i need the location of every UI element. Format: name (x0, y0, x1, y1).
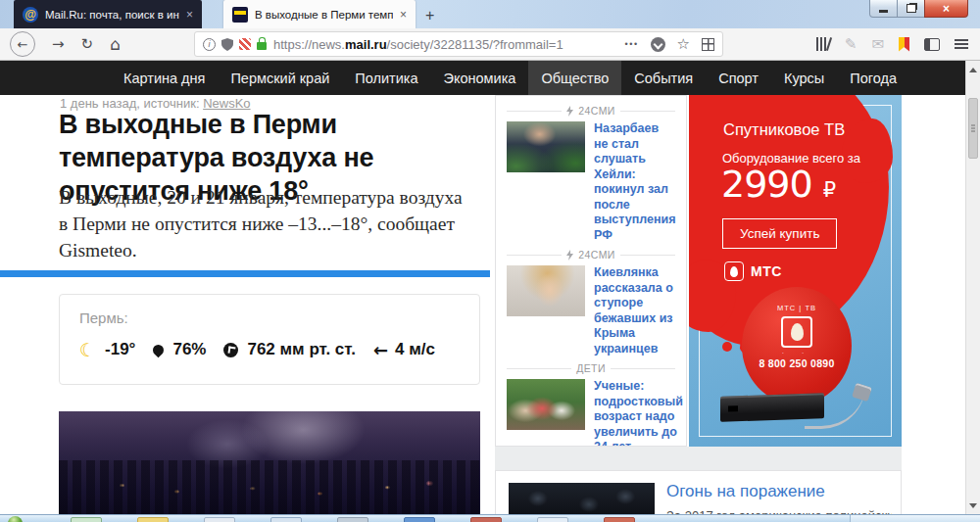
home-button[interactable]: ⌂ (110, 36, 121, 53)
mts-advertisement[interactable]: Спутниковое ТВ Оборудование всего за 299… (689, 95, 902, 447)
reload-button[interactable]: ↻ (81, 37, 94, 52)
nav-item-permskiy-kray[interactable]: Пермский край (218, 61, 342, 95)
taskbar-app-icon[interactable] (337, 517, 368, 522)
ruble-sign: ₽ (823, 178, 835, 202)
ad-buy-button[interactable]: Успей купить (722, 218, 837, 249)
tab-close-icon[interactable]: × (400, 8, 407, 22)
taskbar-app-icon[interactable] (404, 517, 435, 522)
nav-item-pogoda[interactable]: Погода (837, 61, 909, 95)
taskbar-app-icon[interactable] (604, 517, 635, 522)
weather-humidity: 76% (172, 340, 206, 359)
news-item[interactable]: Назарбаев не стал слушать Хейли: покинул… (507, 121, 675, 243)
article-lead: В выходные, 20 и 21 января, температура … (59, 184, 463, 263)
browser-toolbar: ← → ↻ ⌂ i https://news.mail.ru/society/3… (0, 28, 980, 61)
news-item[interactable]: Ученые: подростковый возраст надо увелич… (507, 379, 675, 447)
nav-item-kursy[interactable]: Курсы (771, 61, 837, 95)
news-thumbnail (507, 379, 585, 430)
smi24-bolt-icon (566, 106, 573, 117)
scroll-down-arrow[interactable] (966, 498, 980, 512)
tab-mailru[interactable]: @ Mail.Ru: почта, поиск в интернете × (14, 0, 202, 28)
taskbar-app-icon[interactable] (470, 517, 502, 522)
site-navigation: Картина дня Пермский край Политика Эконо… (0, 61, 965, 95)
browser-titlebar: @ Mail.Ru: почта, поиск в интернете × В … (0, 0, 980, 28)
next-article-thumbnail (509, 483, 655, 514)
nav-item-obschestvo-active[interactable]: Общество (528, 61, 621, 95)
nav-item-kartina-dnya[interactable]: Картина дня (111, 61, 218, 95)
news-thumbnail (507, 265, 585, 316)
tab-news-article[interactable]: В выходные в Перми температура × (223, 0, 416, 28)
tab-title: В выходные в Перми температура (255, 9, 393, 21)
sidebar-toggle-icon[interactable] (924, 38, 940, 51)
nav-item-ekonomika[interactable]: Экономика (431, 61, 529, 95)
taskbar-app-icon[interactable] (204, 517, 235, 522)
article-photo (59, 411, 480, 514)
weather-wind: 4 м/с (395, 340, 435, 359)
mts-logo: МТС (724, 261, 782, 281)
pen-edit-icon[interactable]: ✎ (845, 37, 858, 52)
hamburger-menu-icon[interactable] (955, 39, 968, 41)
tracking-protection-shield-icon[interactable] (221, 38, 233, 51)
url-path: /society/32281135/?frommail=1 (387, 37, 564, 52)
pressure-gauge-icon (223, 343, 238, 357)
close-button[interactable]: × (924, 0, 968, 18)
tab-close-icon[interactable]: × (186, 8, 193, 22)
bookmark-star-icon[interactable]: ☆ (677, 35, 690, 53)
page-viewport: Картина дня Пермский край Политика Эконо… (0, 61, 980, 514)
browser-window: @ Mail.Ru: почта, поиск в интернете × В … (0, 0, 980, 522)
taskbar-app-icon[interactable] (71, 517, 102, 522)
news-item[interactable]: Киевлянка рассказала о ступоре бежавших … (507, 265, 675, 356)
ad-phone-number: 8 800 250 0890 (759, 357, 834, 369)
site-security-icons: i (203, 38, 267, 51)
mts-egg-icon (724, 261, 744, 281)
scrollbar-thumb[interactable] (968, 98, 978, 159)
ad-price: 2990 ₽ (721, 163, 835, 206)
page-info-icon[interactable]: i (203, 38, 216, 51)
taskbar-app-icon[interactable] (137, 517, 169, 522)
address-bar[interactable]: i https://news.mail.ru/society/32281135/… (194, 31, 723, 57)
windows-taskbar[interactable] (0, 514, 980, 522)
nav-item-sobytiya[interactable]: События (621, 61, 706, 95)
start-orb-icon[interactable] (8, 516, 23, 522)
weather-city-label: Пермь: (79, 309, 460, 326)
news-link[interactable]: Киевлянка рассказала о ступоре бежавших … (594, 265, 675, 356)
next-article-link[interactable]: Огонь на поражение (666, 482, 825, 501)
nav-item-sport[interactable]: Спорт (706, 61, 771, 95)
window-controls: × (869, 0, 968, 18)
news-sidebar: 24СМИ Назарбаев не стал слушать Хейли: п… (495, 95, 687, 447)
wind-direction-icon: ← (373, 340, 388, 360)
url-domain: mail.ru (345, 37, 387, 52)
weather-pressure: 762 мм рт. ст. (247, 340, 355, 359)
page-actions-icon[interactable]: ••• (625, 39, 639, 49)
scroll-up-arrow[interactable] (966, 63, 980, 76)
system-tray[interactable] (850, 515, 980, 522)
next-article-card[interactable]: Огонь на поражение За 2017 год американс… (495, 470, 902, 514)
bookmarks-flag-icon[interactable] (899, 37, 909, 52)
nav-item-politika[interactable]: Политика (342, 61, 430, 95)
adblock-icon[interactable] (239, 38, 251, 50)
mail-icon[interactable]: ✉ (871, 37, 884, 52)
https-lock-icon[interactable] (257, 42, 267, 50)
news-mailru-favicon (232, 7, 248, 23)
news-link[interactable]: Назарбаев не стал слушать Хейли: покинул… (594, 121, 676, 243)
minimize-button[interactable] (869, 0, 898, 18)
weather-temperature: -19° (105, 340, 135, 359)
new-tab-button[interactable]: + (425, 7, 434, 24)
blue-divider (0, 270, 490, 277)
mts-egg-icon (781, 316, 812, 348)
library-icon[interactable] (816, 37, 830, 51)
humidity-droplet-icon (151, 342, 167, 357)
url-scheme: https://news. (273, 37, 345, 52)
news-source-label: ДЕТИ (507, 362, 675, 374)
url-text[interactable]: https://news.mail.ru/society/32281135/?f… (273, 37, 618, 52)
back-button[interactable]: ← (10, 31, 35, 57)
taskbar-app-icon[interactable] (537, 517, 568, 522)
dish-brand-label: МТС | ТВ (777, 304, 816, 312)
news-link[interactable]: Ученые: подростковый возраст надо увелич… (594, 379, 683, 447)
screenshot-grid-icon[interactable] (702, 38, 714, 51)
tv-receiver-box (720, 393, 824, 422)
taskbar-app-icon[interactable] (270, 517, 302, 522)
forward-button[interactable]: → (52, 37, 65, 52)
pocket-icon[interactable] (651, 37, 665, 52)
restore-button[interactable] (898, 0, 924, 18)
page-scrollbar[interactable] (965, 61, 980, 514)
